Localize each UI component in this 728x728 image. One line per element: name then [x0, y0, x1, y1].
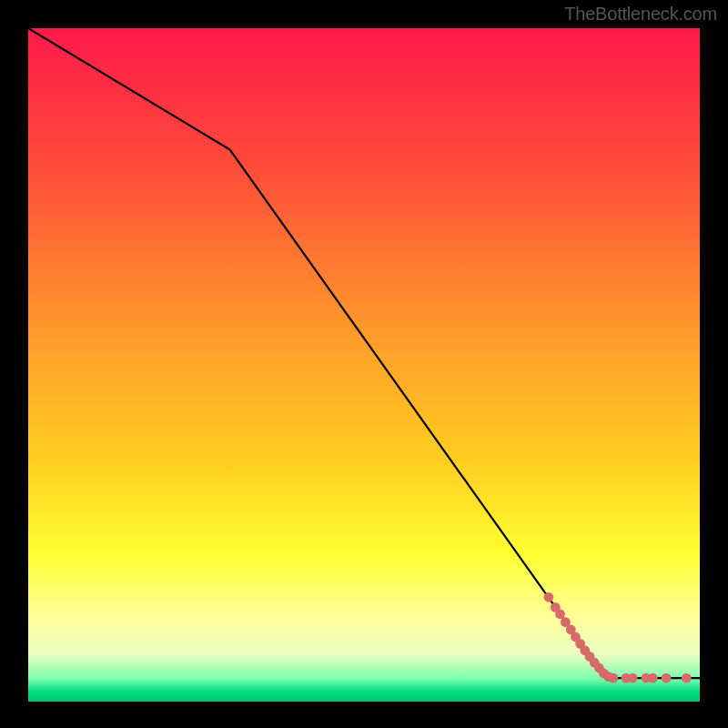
scatter-point	[682, 673, 692, 683]
scatter-point	[544, 592, 554, 602]
scatter-point	[608, 673, 618, 683]
scatter-point	[648, 673, 658, 683]
chart-plot-area	[28, 28, 700, 702]
scatter-point	[662, 673, 672, 683]
attribution-text: TheBottleneck.com	[564, 4, 717, 25]
scatter-point	[628, 673, 638, 683]
scatter-point	[555, 609, 565, 619]
chart-svg	[28, 28, 700, 702]
chart-background	[28, 28, 700, 702]
